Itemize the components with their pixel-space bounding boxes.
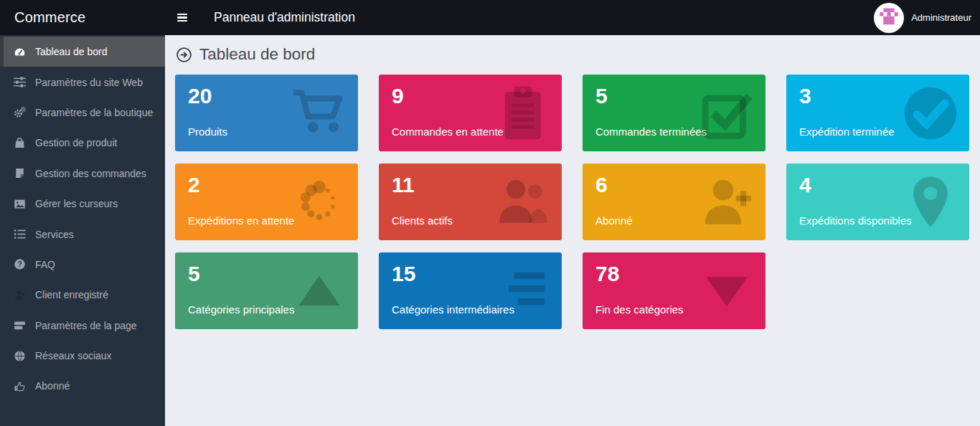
clipboard-icon [494, 85, 552, 142]
sidebar-item-gerer-les-curseurs[interactable]: Gérer les curseurs [0, 189, 165, 219]
globe-icon [14, 350, 26, 362]
card-fin-des-categories[interactable]: 78 Fin des catégories [583, 252, 765, 329]
page-settings-icon [14, 319, 26, 331]
sidebar-item-reseaux-sociaux[interactable]: Réseaux sociaux [0, 341, 165, 371]
chevron-right-icon [153, 108, 155, 117]
users-icon [494, 174, 552, 231]
card-label: Commandes en attente [392, 126, 504, 138]
bars-icon [494, 262, 552, 320]
page-heading-label: Tableau de bord [199, 45, 315, 64]
sidebar-item-label: Paramètres du site Web [35, 77, 143, 88]
thumbs-up-icon [14, 380, 26, 392]
sidebar-item-label: Paramètres de la boutique [35, 107, 153, 118]
card-commandes-terminees[interactable]: 5 Commandes terminées [583, 75, 765, 151]
card-expedition-terminee[interactable]: 3 Expédition terminée [786, 75, 969, 151]
svg-text:?: ? [17, 260, 22, 268]
user-name: Administrateur [911, 12, 971, 23]
cart-icon [291, 85, 348, 142]
user-menu[interactable]: Administrateur [874, 3, 980, 33]
card-label: Expéditions en attente [188, 214, 294, 227]
sidebar-item-label: Gestion de produit [35, 137, 117, 148]
caret-down-icon [698, 262, 755, 320]
sidebar-item-gestion-des-commandes[interactable]: Gestion des commandes [0, 158, 165, 189]
card-label: Commandes terminées [595, 126, 707, 138]
card-label: Expéditions disponibles [799, 214, 912, 227]
sidebar-item-label: Réseaux sociaux [35, 350, 112, 361]
sidebar-item-faq[interactable]: ? FAQ [0, 250, 165, 280]
caret-up-icon [291, 262, 348, 320]
sidebar-item-label: Abonné [35, 380, 70, 392]
sidebar: Tableau de bord Paramètres du site Web P… [0, 35, 165, 426]
page-heading: Tableau de bord [176, 45, 969, 64]
sidebar-item-label: Client enregistré [35, 289, 108, 300]
spinner-dots-icon [291, 174, 348, 231]
sidebar-item-label: FAQ [35, 259, 55, 270]
user-plus-icon [698, 174, 755, 231]
card-label: Expédition terminée [799, 126, 895, 138]
card-categories-intermediaires[interactable]: 15 Catégories intermédiaires [379, 252, 562, 329]
sidebar-item-label: Gérer les curseurs [35, 198, 118, 209]
sliders-icon [14, 76, 26, 88]
card-produits[interactable]: 20 Produits [175, 75, 358, 151]
card-clients-actifs[interactable]: 11 Clients actifs [379, 164, 562, 240]
sidebar-item-parametres-de-la-boutique[interactable]: Paramètres de la boutique [0, 98, 165, 128]
map-marker-icon [902, 174, 959, 231]
sidebar-item-client-enregistre[interactable]: Client enregistré [0, 280, 165, 310]
sidebar-item-abonne[interactable]: Abonné [0, 371, 165, 401]
cogs-icon [14, 106, 26, 118]
dashboard-icon [14, 46, 26, 58]
stat-cards-grid: 20 Produits 9 Commandes en attente 5 Com… [175, 75, 969, 329]
sidebar-item-label: Services [35, 229, 74, 240]
topbar: Commerce Panneau d'administration Admini… [0, 0, 980, 35]
note-icon [14, 167, 26, 179]
check-square-icon [698, 85, 755, 142]
user-plus-icon [14, 289, 26, 301]
hamburger-icon[interactable] [177, 14, 187, 22]
card-abonne[interactable]: 6 Abonné [583, 164, 765, 240]
card-label: Catégories principales [188, 303, 294, 316]
card-label: Produits [188, 126, 227, 138]
sidebar-item-tableau-de-bord[interactable]: Tableau de bord [0, 37, 165, 67]
card-label: Clients actifs [392, 214, 453, 227]
image-icon [14, 198, 26, 210]
sidebar-item-parametres-de-la-page[interactable]: Paramètres de la page [0, 311, 165, 341]
sidebar-item-label: Paramètres de la page [35, 320, 137, 331]
sidebar-item-gestion-de-produit[interactable]: Gestion de produit [0, 128, 165, 158]
list-icon [14, 228, 26, 240]
card-expeditions-en-attente[interactable]: 2 Expéditions en attente [175, 164, 358, 240]
sidebar-item-services[interactable]: Services [0, 219, 165, 249]
page-title: Panneau d'administration [214, 10, 355, 25]
shopping-bag-icon [14, 137, 26, 149]
question-circle-icon: ? [14, 258, 26, 270]
sidebar-item-parametres-du-site-web[interactable]: Paramètres du site Web [0, 67, 165, 97]
main-content: Tableau de bord 20 Produits 9 Commandes … [165, 35, 980, 426]
arrow-circle-right-icon [176, 47, 192, 63]
identicon-avatar [874, 3, 904, 33]
sidebar-item-label: Tableau de bord [35, 46, 107, 57]
card-commandes-en-attente[interactable]: 9 Commandes en attente [379, 75, 562, 151]
card-expeditions-disponibles[interactable]: 4 Expéditions disponibles [786, 164, 969, 240]
card-label: Fin des catégories [595, 303, 684, 316]
check-circle-icon [902, 85, 959, 142]
brand-logo[interactable]: Commerce [0, 9, 165, 26]
card-label: Abonné [595, 214, 633, 227]
card-categories-principales[interactable]: 5 Catégories principales [175, 252, 358, 329]
sidebar-item-label: Gestion des commandes [35, 168, 146, 179]
